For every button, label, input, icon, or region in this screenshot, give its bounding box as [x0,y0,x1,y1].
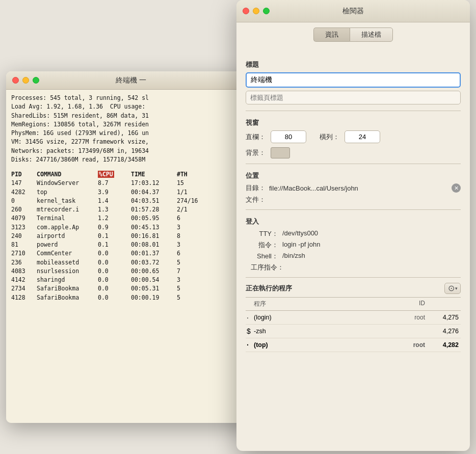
file-label: 文件： [246,195,266,204]
divider-4 [246,277,461,278]
command-cell: airportd [37,232,98,241]
dir-label: 目錄： [246,183,266,193]
title-input[interactable] [246,72,461,88]
workcmd-row: 工序指令： [246,263,461,272]
tab-profile[interactable]: 描述檔 [350,28,393,42]
time-cell: 00:00.19 [131,293,177,302]
table-row: 2734 SafariBookma 0.0 00:05.31 5 [11,284,251,293]
time-cell: 00:05.95 [131,214,177,223]
time-cell: 00:05.31 [131,284,177,293]
time-cell: 00:00.54 [131,276,177,284]
cpu-cell: 0.0 [98,276,131,284]
tab-bar: 資訊 描述檔 [236,22,470,46]
bg-label: 背景： [246,148,266,157]
table-row: 4128 SafariBookma 0.0 00:00.19 5 [11,293,251,302]
th-cell: 6 [177,214,202,223]
terminal-line: MemRegions: 130856 total, 3267M residen [11,120,251,129]
dir-value: file://MacBook...cal/Users/john [269,184,452,192]
inspector-close-button[interactable] [243,8,249,14]
table-row: 4142 sharingd 0.0 00:00.54 3 [11,276,251,284]
cpu-cell: 1.2 [98,214,131,223]
chevron-down-icon: ▾ [455,286,458,291]
time-cell: 00:08.01 [131,241,177,249]
cpu-cell: 8.7 [98,179,131,188]
time-cell: 00:16.81 [131,232,177,241]
cpu-cell: 1.4 [98,197,131,205]
shell-value: /bin/zsh [282,252,305,261]
th-cell: 6 [177,249,202,258]
table-row: 240 airportd 0.1 00:16.81 8 [11,232,251,241]
pid-cell: 2734 [11,284,37,293]
terminal-title: 終端機 一 [116,76,146,85]
pid-cell: 4282 [11,188,37,197]
shell-row: Shell： /bin/zsh [246,252,461,261]
time-cell: 00:03.72 [131,258,177,267]
more-options-button[interactable]: ⊙ ▾ [444,283,461,294]
pid-cell: 3123 [11,223,37,232]
process-name: ·(login) [246,313,394,322]
table-row: 4083 nsurlsession 0.0 00:00.65 7 [11,267,251,276]
process-bullet-icon: · [247,341,254,349]
shell-label: Shell： [251,252,278,261]
terminal-line: Load Avg: 1.92, 1.68, 1.36 CPU usage: [11,102,251,111]
terminal-line: Disks: 247716/3860M read, 157718/3458M [11,155,251,164]
th-cell: 3 [177,241,202,249]
cpu-cell: 0.0 [98,293,131,302]
list-item: ·(top)root4,282 [246,338,461,352]
divider-1 [246,111,461,111]
cpu-cell: 0.1 [98,241,131,249]
close-button[interactable] [12,77,19,84]
process-user: root [394,341,425,349]
process-rows-container: ·(login)root4,275$-zsh4,276·(top)root4,2… [246,311,461,352]
command-cell: com.apple.Ap [37,223,98,232]
pid-header: PID [11,170,37,179]
th-cell: 2/1 [177,205,202,214]
command-cell: mobileassetd [37,258,98,267]
list-item: ·(login)root4,275 [246,311,461,325]
terminal-body: Processes: 545 total, 3 running, 542 sl … [6,90,256,423]
pid-cell: 4083 [11,267,37,276]
process-id: 4,282 [425,341,461,349]
terminal-table-header: PID COMMAND %CPU TIME #TH [11,170,251,179]
th-cell: 8 [177,232,202,241]
pid-cell: 260 [11,205,37,214]
col-id-empty [425,300,461,308]
th-cell: 1/1 [177,188,202,197]
cpu-cell: 0.0 [98,267,131,276]
cpu-highlight: %CPU [98,171,114,178]
inspector-minimize-button[interactable] [253,8,259,14]
command-cell: top [37,188,98,197]
command-cell: kernel_task [37,197,98,205]
table-row: 3123 com.apple.Ap 0.9 00:45.13 3 [11,223,251,232]
clear-directory-button[interactable]: ✕ [452,183,461,193]
section-process-label: 正在執行的程序 [246,284,292,293]
process-id: 4,275 [425,314,461,321]
subtitle-input[interactable] [246,91,461,104]
minimize-button[interactable] [22,77,29,84]
cpu-header: %CPU [98,170,131,179]
columns-label: 直欄： [246,132,266,142]
columns-input[interactable] [271,130,306,143]
pid-cell: 240 [11,232,37,241]
pid-cell: 4128 [11,293,37,302]
list-item: $-zsh4,276 [246,325,461,338]
table-row: 2710 CommCenter 0.0 00:01.37 6 [11,249,251,258]
maximize-button[interactable] [33,77,39,84]
time-cell: 17:03.12 [131,179,177,188]
rows-input[interactable] [345,130,380,143]
tab-info[interactable]: 資訊 [313,28,350,42]
cpu-cell: 0.1 [98,232,131,241]
terminal-rows-container: 147 WindowServer 8.7 17:03.12 15 4282 to… [11,179,251,302]
terminal-line: PhysMem: 16G used (2793M wired), 16G un [11,129,251,138]
divider-3 [246,209,461,210]
pid-cell: 2710 [11,249,37,258]
bg-color-swatch[interactable] [271,147,290,158]
pid-cell: 0 [11,197,37,205]
inspector-maximize-button[interactable] [263,8,270,14]
cpu-cell: 0.0 [98,249,131,258]
table-row: 4079 Terminal 1.2 00:05.95 6 [11,214,251,223]
th-cell: 5 [177,293,202,302]
process-table: 程序 ID ·(login)root4,275$-zsh4,276·(top)r… [246,297,461,352]
section-login-label: 登入 [246,217,461,226]
cpu-cell: 0.0 [98,258,131,267]
